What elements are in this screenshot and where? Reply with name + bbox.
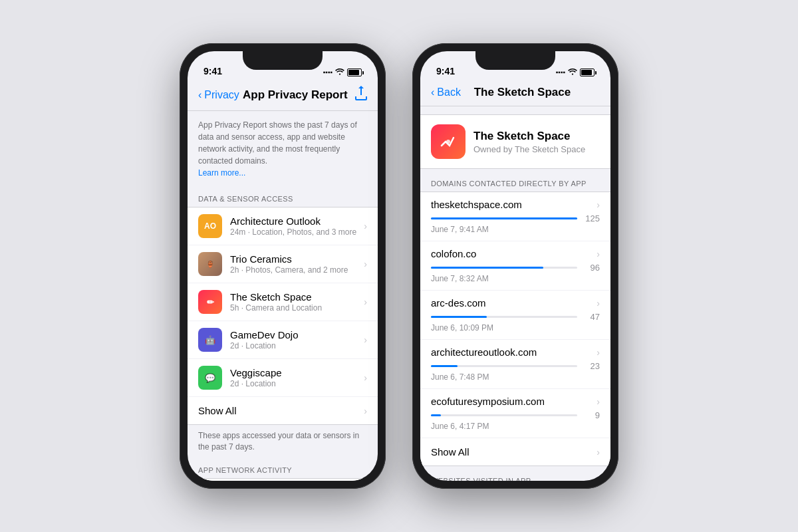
chevron-left-icon-2: ‹ (431, 86, 434, 98)
chevron-icon: › (597, 396, 600, 407)
learn-more-link[interactable]: Learn more... (198, 168, 245, 178)
section-domains-header: DOMAINS CONTACTED DIRECTLY BY APP (420, 169, 610, 192)
domain-name: arc-des.com (431, 297, 486, 309)
app-icon-sketch: ✏ (198, 290, 222, 314)
back-button-1[interactable]: ‹ Privacy (198, 89, 239, 101)
show-all-domains-button[interactable]: Show All › (420, 438, 610, 466)
share-button-1[interactable] (351, 86, 367, 104)
app-info-veggi: Veggiscape 2d · Location (230, 367, 358, 388)
list-item[interactable]: 💬 Veggiscape 2d · Location › (188, 359, 378, 397)
domain-date: June 7, 8:32 AM (431, 274, 600, 283)
app-detail-sketch: 5h · Camera and Location (230, 303, 358, 313)
back-button-2[interactable]: ‹ Back (431, 86, 461, 98)
signal-icon-2: ▪▪▪▪ (556, 68, 565, 76)
domain-bar-fill (431, 365, 458, 367)
app-detail-trio: 2h · Photos, Camera, and 2 more (230, 265, 358, 275)
app-icon-gamedev: 🤖 (198, 328, 222, 352)
domain-item[interactable]: ecofuturesymposium.com › 9 June 6, 4:17 … (420, 389, 610, 438)
domain-item[interactable]: architectureoutlook.com › 23 June 6, 7:4… (420, 340, 610, 389)
domain-bar-track (431, 267, 577, 269)
list-item[interactable]: NDM New District Museum 46 › (188, 479, 378, 481)
chevron-icon: › (364, 406, 367, 416)
domain-bar-row: 47 (431, 312, 600, 322)
domain-header-row: ecofuturesymposium.com › (431, 396, 600, 407)
section-websites-header: WEBSITES VISITED IN APP (420, 466, 610, 481)
domain-name: ecofuturesymposium.com (431, 396, 545, 407)
nav-title-1: App Privacy Report (239, 88, 351, 102)
phone-2: 9:41 ▪▪▪▪ ‹ Back The (412, 43, 618, 489)
list-item[interactable]: 🤖 GameDev Dojo 2d · Location › (188, 321, 378, 359)
wifi-icon-1 (335, 68, 344, 76)
app-info-ao: Architecture Outlook 24m · Location, Pho… (230, 215, 358, 237)
phone-1-screen: 9:41 ▪▪▪▪ ‹ Privacy A (188, 51, 378, 481)
chevron-icon: › (597, 447, 600, 458)
chevron-icon: › (597, 298, 600, 309)
nav-bar-1: ‹ Privacy App Privacy Report (188, 80, 378, 111)
status-time-1: 9:41 (203, 66, 222, 76)
domain-item[interactable]: colofon.co › 96 June 7, 8:32 AM (420, 241, 610, 291)
phone-2-screen: 9:41 ▪▪▪▪ ‹ Back The (420, 51, 610, 481)
domain-item[interactable]: arc-des.com › 47 June 6, 10:09 PM (420, 291, 610, 340)
scroll-area-1[interactable]: App Privacy Report shows the past 7 days… (188, 111, 378, 481)
show-all-domains-label: Show All (431, 446, 591, 458)
app-detail-gamedev: 2d · Location (230, 341, 358, 350)
app-header-icon (431, 124, 466, 159)
domain-bar-fill (431, 267, 543, 269)
status-icons-2: ▪▪▪▪ (556, 68, 595, 76)
app-name-ao: Architecture Outlook (230, 215, 358, 227)
chevron-left-icon-1: ‹ (198, 89, 201, 101)
app-info-gamedev: GameDev Dojo 2d · Location (230, 329, 358, 350)
status-icons-1: ▪▪▪▪ (323, 68, 362, 76)
app-info-sketch: The Sketch Space 5h · Camera and Locatio… (230, 291, 358, 313)
domain-name: thesketchspace.com (431, 199, 522, 210)
app-icon-ao: AO (198, 214, 222, 238)
app-header-card: The Sketch Space Owned by The Sketch Spa… (420, 114, 610, 169)
back-label-2: Back (437, 86, 461, 98)
content-1: App Privacy Report shows the past 7 days… (188, 111, 378, 481)
domain-name: architectureoutlook.com (431, 346, 537, 358)
domain-header-row: thesketchspace.com › (431, 199, 600, 210)
domains-list: thesketchspace.com › 125 June 7, 9:41 AM (420, 192, 610, 466)
scroll-area-2[interactable]: The Sketch Space Owned by The Sketch Spa… (420, 106, 610, 481)
description-text-1: App Privacy Report shows the past 7 days… (198, 120, 357, 166)
app-icon-veggi: 💬 (198, 366, 222, 390)
status-time-2: 9:41 (436, 66, 455, 76)
chevron-icon: › (364, 221, 367, 231)
list-item[interactable]: AO Architecture Outlook 24m · Location, … (188, 207, 378, 245)
battery-icon-1 (347, 68, 362, 76)
chevron-icon: › (597, 200, 600, 210)
apps-access-list: AO Architecture Outlook 24m · Location, … (188, 207, 378, 425)
domain-date: June 6, 4:17 PM (431, 422, 600, 431)
chevron-icon: › (364, 334, 367, 345)
phone-1: 9:41 ▪▪▪▪ ‹ Privacy A (180, 43, 386, 489)
domain-date: June 7, 9:41 AM (431, 225, 600, 234)
list-item[interactable]: 🏺 Trio Ceramics 2h · Photos, Camera, and… (188, 245, 378, 283)
show-all-sensors-label: Show All (198, 405, 358, 416)
notch-1 (243, 51, 323, 70)
svg-point-0 (446, 140, 450, 144)
app-header-name: The Sketch Space (473, 130, 585, 143)
domain-bar-track (431, 414, 577, 416)
domain-count: 23 (581, 361, 600, 371)
section-network: APP NETWORK ACTIVITY (188, 456, 378, 478)
phones-container: 9:41 ▪▪▪▪ ‹ Privacy A (180, 43, 618, 489)
domain-bar-track (431, 365, 577, 367)
footer-note-1: These apps accessed your data or sensors… (188, 425, 378, 456)
show-all-sensors-button[interactable]: Show All › (188, 397, 378, 424)
domain-bar-fill (431, 414, 441, 416)
chevron-icon: › (597, 347, 600, 358)
domain-item[interactable]: thesketchspace.com › 125 June 7, 9:41 AM (420, 192, 610, 241)
domain-count: 125 (581, 213, 600, 223)
app-info-trio: Trio Ceramics 2h · Photos, Camera, and 2… (230, 253, 358, 275)
app-detail-veggi: 2d · Location (230, 379, 358, 388)
domain-header-row: architectureoutlook.com › (431, 346, 600, 358)
app-name-gamedev: GameDev Dojo (230, 329, 358, 340)
domain-bar-row: 96 (431, 263, 600, 273)
battery-icon-2 (580, 68, 595, 76)
network-apps-list: NDM New District Museum 46 › (188, 478, 378, 481)
domain-header-row: arc-des.com › (431, 297, 600, 309)
list-item[interactable]: ✏ The Sketch Space 5h · Camera and Locat… (188, 283, 378, 321)
domain-count: 47 (581, 312, 600, 322)
domain-count: 9 (581, 410, 600, 420)
domain-bar-fill (431, 316, 487, 318)
